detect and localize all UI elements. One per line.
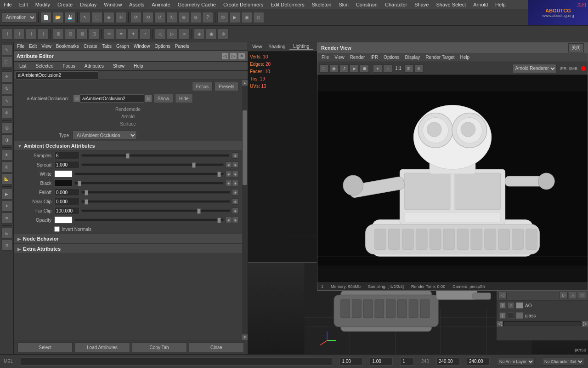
tb2-anim-3[interactable]: ⊳ xyxy=(179,29,190,40)
scroll-thumb[interactable] xyxy=(243,110,247,185)
tb2-btn-5[interactable]: ⊞ xyxy=(53,29,64,40)
char-set-select[interactable]: No Character Set xyxy=(542,357,584,366)
layer-color-ao[interactable] xyxy=(516,302,523,309)
render-menu-render[interactable]: Render xyxy=(348,54,368,60)
black-icon[interactable]: ◈ xyxy=(226,180,232,186)
black-color[interactable] xyxy=(54,179,73,187)
menu-window[interactable]: Window xyxy=(100,1,125,8)
menu-help[interactable]: Help xyxy=(492,1,509,8)
falloff-slider[interactable] xyxy=(81,191,230,194)
spread-slider[interactable] xyxy=(81,163,224,166)
opacity-icon2[interactable]: ◈ xyxy=(232,217,238,223)
lt-rotate[interactable]: ↻ xyxy=(1,83,12,94)
tb2-btn-3[interactable]: ⌇ xyxy=(26,29,37,40)
menu-modify[interactable]: Modify xyxy=(32,1,54,8)
menu-shave[interactable]: Shave xyxy=(411,1,432,8)
render-menu-file[interactable]: File xyxy=(319,54,331,60)
menu-character[interactable]: Character xyxy=(381,1,411,8)
render-tb-1[interactable]: □ xyxy=(319,64,328,73)
attr-prev-btn[interactable]: ◁ xyxy=(222,53,228,59)
tb-select[interactable]: ↖ xyxy=(79,12,90,23)
layer-check-icon-ao[interactable]: ✓ xyxy=(508,302,514,309)
select-button[interactable]: Select xyxy=(17,342,73,352)
far-clip-slider[interactable] xyxy=(81,209,230,212)
menu-create[interactable]: Create xyxy=(54,1,76,8)
vp-menu-shading[interactable]: Shading xyxy=(266,44,288,50)
lt-transform[interactable]: ⊕ xyxy=(1,107,12,118)
show-button[interactable]: Show xyxy=(153,94,173,103)
menu-edit-deformers[interactable]: Edit Deformers xyxy=(267,1,308,8)
far-clip-input[interactable] xyxy=(54,207,79,214)
render-fit[interactable]: ⊞ xyxy=(404,64,413,73)
white-slider[interactable] xyxy=(74,172,224,175)
render-menu-help[interactable]: Help xyxy=(458,54,472,60)
black-slider[interactable] xyxy=(74,182,224,184)
render-tb-4[interactable]: ▶ xyxy=(350,64,359,73)
lt-move[interactable]: ✛ xyxy=(1,71,12,82)
menu-animate[interactable]: Animate xyxy=(148,1,174,8)
attr-sub-list[interactable]: List xyxy=(16,63,30,69)
node-name-input[interactable] xyxy=(16,71,98,80)
anim-layer-select[interactable]: No Anim Layer xyxy=(497,357,535,366)
scroll-down-btn[interactable]: ▼ xyxy=(242,334,248,340)
tb-new[interactable]: 📄 xyxy=(40,12,51,23)
tb2-extra-3[interactable]: ⊛ xyxy=(218,29,229,40)
render-menu-ipr[interactable]: IPR xyxy=(368,54,380,60)
spread-icon2[interactable]: ◈ xyxy=(232,161,238,168)
attr-menu-view[interactable]: View xyxy=(39,43,54,49)
near-clip-thumb[interactable] xyxy=(85,199,88,205)
tb2-btn-7[interactable]: ⊠ xyxy=(77,29,88,40)
aiao-arrow-right[interactable]: ▷ xyxy=(145,95,152,102)
tb-ipr[interactable]: ◉ xyxy=(241,12,252,23)
attr-menu-file[interactable]: File xyxy=(15,43,27,49)
spread-input[interactable] xyxy=(54,161,79,168)
attr-menu-bookmarks[interactable]: Bookmarks xyxy=(54,43,81,49)
lt-measure[interactable]: 📐 xyxy=(1,173,12,184)
tb-btn-6[interactable]: ⊖ xyxy=(190,12,201,23)
white-color[interactable] xyxy=(54,170,73,178)
tb-btn-3[interactable]: ↺ xyxy=(154,12,165,23)
coord-y[interactable] xyxy=(467,357,490,366)
tb-save[interactable]: 💾 xyxy=(64,12,75,23)
attr-sub-attributes[interactable]: Attributes xyxy=(81,63,107,69)
render-tb-5[interactable]: ⏹ xyxy=(360,64,369,73)
tb-render[interactable]: ▶ xyxy=(229,12,240,23)
layer-scroll-right[interactable]: ▷ xyxy=(560,292,568,299)
attr-sub-selected[interactable]: Selected xyxy=(32,63,57,69)
tb2-btn-8[interactable]: ⊡ xyxy=(89,29,100,40)
white-icon[interactable]: ◈ xyxy=(226,171,232,177)
tb2-anim-2[interactable]: ▷ xyxy=(167,29,178,40)
tb-move[interactable]: ✛ xyxy=(115,12,126,23)
opacity-icon[interactable]: ◈ xyxy=(226,217,232,223)
lt-hair[interactable]: ≋ xyxy=(1,213,12,224)
attr-menu-edit[interactable]: Edit xyxy=(27,43,39,49)
lt-sculpt[interactable]: ◑ xyxy=(1,134,12,145)
white-thumb[interactable] xyxy=(217,172,221,177)
menu-create-deformers[interactable]: Create Deformers xyxy=(220,1,267,8)
opacity-color[interactable] xyxy=(54,216,73,224)
menu-file[interactable]: File xyxy=(0,1,16,8)
attr-next-btn[interactable]: ▷ xyxy=(230,53,237,59)
frame-value-1[interactable] xyxy=(339,357,362,366)
scroll-h-track[interactable] xyxy=(504,322,581,326)
attr-menu-window[interactable]: Window xyxy=(131,43,153,49)
attr-sub-focus[interactable]: Focus xyxy=(59,63,79,69)
attr-menu-tabs[interactable]: Tabs xyxy=(100,43,114,49)
lt-layer[interactable]: ⧉ xyxy=(1,240,12,251)
scroll-h-left[interactable]: ◁ xyxy=(497,321,503,327)
near-clip-input[interactable] xyxy=(54,198,79,205)
far-clip-thumb[interactable] xyxy=(197,208,201,214)
lt-snap[interactable]: ⊞ xyxy=(1,161,12,172)
render-close-btn[interactable]: 关闭 xyxy=(568,43,584,52)
samples-slider[interactable] xyxy=(81,154,229,157)
render-tb-2[interactable]: ◉ xyxy=(329,64,339,73)
tb-btn-2[interactable]: ⟲ xyxy=(142,12,153,23)
logo-close-btn[interactable]: 关闭 xyxy=(577,2,586,8)
close-button[interactable]: Close xyxy=(189,342,244,352)
aiao-arrow-left[interactable]: ◁ xyxy=(74,95,80,102)
aiao-value-input[interactable] xyxy=(80,94,144,103)
menu-arnold[interactable]: Arnold xyxy=(469,1,492,8)
render-tb-wire[interactable]: ○ xyxy=(383,64,392,73)
falloff-input[interactable] xyxy=(54,189,79,196)
tb2-paint-1[interactable]: ✏ xyxy=(104,29,115,40)
